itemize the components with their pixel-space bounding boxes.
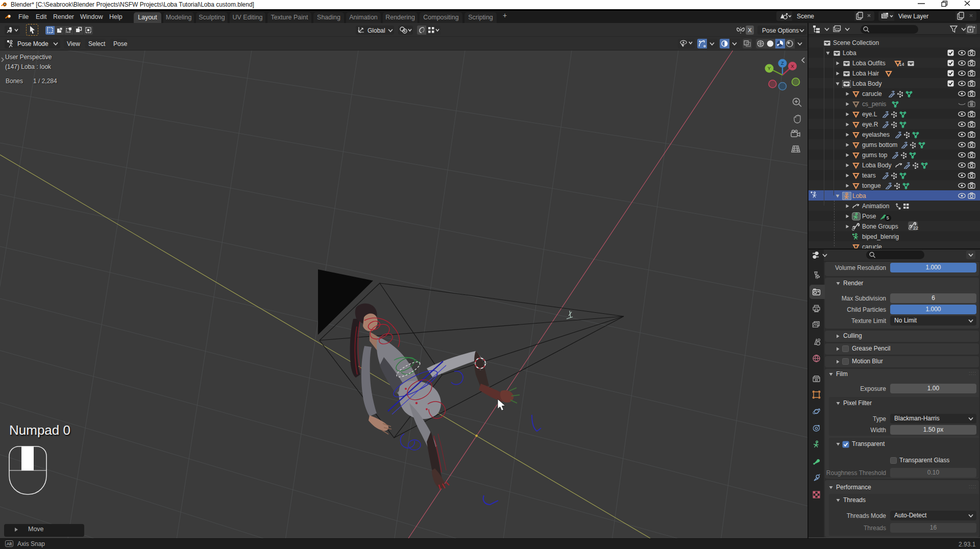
svg-text:Y: Y [768,65,771,71]
svg-text:Z: Z [781,60,784,66]
svg-text:X: X [791,63,794,69]
